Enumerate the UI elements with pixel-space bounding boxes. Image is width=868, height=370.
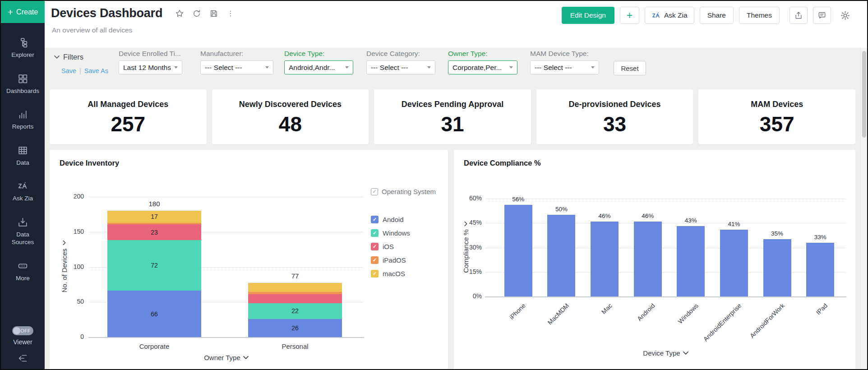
bar-segment-ios[interactable]: 23 — [107, 224, 201, 240]
x-axis-line — [88, 337, 364, 338]
bar-value-label: 46% — [589, 213, 620, 219]
bar-segment-ipados[interactable] — [248, 292, 342, 294]
bar-ipad[interactable] — [806, 243, 834, 296]
bar-segment-macos[interactable] — [248, 283, 342, 292]
dropdown-caret-icon — [509, 66, 513, 69]
bar-segment-macos[interactable]: 17 — [107, 211, 201, 222]
bar-segment-ios[interactable] — [248, 294, 342, 303]
device-compliance-panel: Device Compliance % 0%15%30%45%60%Compli… — [454, 150, 855, 369]
legend-item-windows[interactable]: ✓Windows — [371, 229, 410, 237]
filter-value: --- Select --- — [205, 64, 263, 72]
filter-field-manufacturer: Manufacturer:--- Select --- — [200, 50, 273, 74]
sidebar: + Create ExplorerDashboardsReportsDataAs… — [1, 1, 45, 369]
add-button[interactable]: + — [620, 7, 639, 24]
viewer-toggle[interactable]: OFF — [12, 326, 33, 335]
bar-macmdm[interactable] — [547, 215, 575, 296]
themes-button[interactable]: Themes — [739, 7, 780, 24]
kpi-card-all-managed-devices: All Managed Devices257 — [50, 89, 207, 144]
bar-mac[interactable] — [591, 222, 619, 296]
comment-button[interactable] — [813, 7, 831, 24]
sidebar-item-label: Dashboards — [6, 87, 39, 95]
legend-label: Windows — [383, 229, 410, 237]
filter-select-owner-type[interactable]: Corporate,Per... — [448, 60, 517, 74]
filter-field-mam-device-type: MAM Device Type:--- Select --- — [530, 50, 599, 74]
bar-windows[interactable] — [677, 226, 705, 296]
bar-value-label: 35% — [762, 230, 793, 237]
bar-iphone[interactable] — [504, 205, 532, 296]
x-category-label: Personal — [259, 342, 331, 350]
sidebar-item-reports[interactable]: Reports — [1, 109, 44, 131]
y-tick-label: 0 — [63, 333, 84, 340]
bar-value-label: 50% — [545, 206, 577, 213]
legend-item-andoid[interactable]: ✓Andoid — [371, 216, 404, 223]
x-axis-line — [485, 296, 846, 297]
x-category-label: Android — [636, 302, 656, 322]
legend-swatch-icon: ✓ — [371, 216, 379, 223]
more-options-icon[interactable] — [226, 9, 235, 18]
x-axis-label[interactable]: Owner Type — [89, 354, 363, 361]
settings-gear-button[interactable] — [836, 7, 854, 24]
share-button[interactable]: Share — [700, 7, 734, 24]
filter-select-device-category[interactable]: --- Select --- — [366, 60, 435, 74]
bar-segment-ipados[interactable] — [107, 223, 201, 224]
x-category-label: Corporate — [118, 342, 190, 350]
filter-field-device-enrolled-ti: Device Enrolled Ti...Last 12 Months — [119, 50, 182, 74]
sidebar-item-ask-zia[interactable]: Ask Zia — [1, 180, 44, 203]
filter-value: --- Select --- — [535, 64, 588, 72]
toggle-state: OFF — [21, 328, 31, 333]
sidebar-item-dashboards[interactable]: Dashboards — [1, 73, 44, 95]
bar-segment-windows[interactable]: 72 — [107, 240, 201, 291]
filter-select-device-type[interactable]: Android,Andr... — [284, 60, 353, 74]
bar-segment-andoid[interactable]: 26 — [248, 319, 342, 337]
bar-androidenterprise[interactable] — [720, 230, 748, 296]
bar-segment-windows[interactable]: 22 — [248, 303, 342, 319]
create-button[interactable]: + Create — [1, 1, 45, 23]
legend-item-ipados[interactable]: ✓iPadOS — [371, 256, 406, 264]
sidebar-item-data-sources[interactable]: Data Sources — [1, 217, 44, 246]
kpi-value: 31 — [441, 112, 464, 136]
bar-android[interactable] — [634, 222, 662, 296]
more-icon — [17, 260, 28, 272]
ask-zia-label: Ask Zia — [664, 11, 688, 19]
scrollbar-thumb[interactable] — [862, 51, 866, 138]
sidebar-item-more[interactable]: More — [1, 260, 44, 282]
legend-checkbox[interactable]: ✓ — [371, 188, 378, 195]
title-row: Devices Dashboard — [51, 6, 235, 20]
x-axis-label[interactable]: Device Type — [486, 349, 845, 357]
x-category-label: MacMDM — [546, 302, 570, 326]
filters-toggle[interactable]: Filters — [54, 53, 83, 61]
header-buttons: Edit Design + Ask Zia Share Themes — [562, 7, 854, 24]
main-content: Filters Save|Save As Device Enrolled Ti.… — [45, 48, 867, 369]
explorer-icon — [17, 37, 28, 48]
app-window: + Create ExplorerDashboardsReportsDataAs… — [0, 0, 868, 370]
filter-select-device-enrolled-ti[interactable]: Last 12 Months — [119, 60, 182, 74]
export-button[interactable] — [790, 7, 808, 24]
legend-item-ios[interactable]: ✓iOS — [371, 243, 394, 250]
vertical-scrollbar[interactable] — [860, 48, 867, 369]
filter-value: Last 12 Months — [123, 64, 171, 72]
legend-item-macos[interactable]: ✓macOS — [371, 270, 405, 278]
save-link[interactable]: Save — [61, 67, 76, 74]
kpi-title: Devices Pending Approval — [402, 100, 503, 109]
filter-label: Device Category: — [366, 50, 435, 58]
save-as-link[interactable]: Save As — [84, 67, 108, 74]
reset-button[interactable]: Reset — [614, 61, 646, 75]
sidebar-item-data[interactable]: Data — [1, 145, 44, 167]
edit-design-button[interactable]: Edit Design — [562, 7, 614, 24]
reports-icon — [17, 109, 28, 120]
save-icon[interactable] — [209, 9, 218, 18]
legend-label: Andoid — [383, 216, 404, 223]
plus-icon: + — [8, 7, 13, 17]
ask-zia-button[interactable]: Ask Zia — [645, 7, 694, 24]
star-icon[interactable] — [175, 9, 184, 18]
filter-select-mam-device-type[interactable]: --- Select --- — [530, 60, 599, 74]
bar-androidforwork[interactable] — [763, 239, 791, 296]
kpi-card-de-provisioned-devices: De-provisioned Devices33 — [536, 89, 693, 144]
sidebar-item-explorer[interactable]: Explorer — [1, 37, 44, 59]
collapse-sidebar-button[interactable] — [1, 353, 45, 364]
chevron-down-icon — [54, 55, 60, 59]
bar-segment-andoid[interactable]: 66 — [107, 291, 201, 337]
filter-select-manufacturer[interactable]: --- Select --- — [200, 60, 273, 74]
x-category-label: AndroidForWork — [748, 302, 786, 339]
refresh-icon[interactable] — [192, 9, 201, 18]
